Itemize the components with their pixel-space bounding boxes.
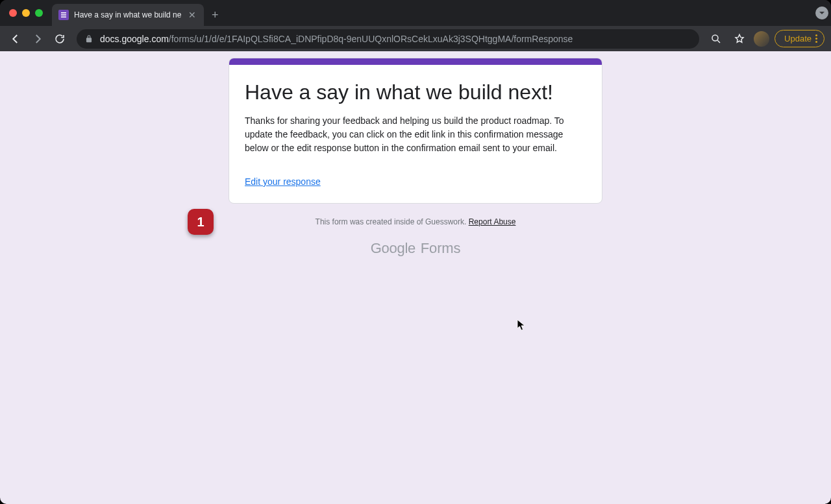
toolbar-right: Update (707, 30, 825, 48)
mouse-cursor-icon (517, 319, 526, 333)
browser-tab[interactable]: Have a say in what we build ne ✕ (52, 4, 204, 26)
bookmark-star-icon[interactable] (730, 30, 749, 48)
window-controls (9, 9, 43, 17)
svg-rect-0 (61, 12, 66, 14)
reload-button[interactable] (51, 30, 69, 48)
forward-button[interactable] (29, 30, 47, 48)
window-close-button[interactable] (9, 9, 17, 17)
more-dots-icon (815, 34, 817, 43)
form-confirmation-card: Have a say in what we build next! Thanks… (229, 58, 602, 204)
page-viewport: Have a say in what we build next! Thanks… (0, 51, 831, 504)
annotation-badge-1: 1 (188, 209, 214, 235)
report-abuse-link[interactable]: Report Abuse (469, 217, 516, 226)
window-maximize-button[interactable] (35, 9, 43, 17)
url-text: docs.google.com/forms/u/1/d/e/1FAIpQLSfi… (100, 34, 573, 44)
window-minimize-button[interactable] (22, 9, 30, 17)
tab-close-button[interactable]: ✕ (187, 10, 197, 20)
browser-toolbar: docs.google.com/forms/u/1/d/e/1FAIpQLSfi… (0, 26, 831, 51)
form-title: Have a say in what we build next! (245, 79, 586, 105)
back-button[interactable] (6, 30, 25, 48)
tab-title: Have a say in what we build ne (74, 10, 182, 19)
profile-avatar[interactable] (754, 31, 769, 47)
new-tab-button[interactable]: + (204, 4, 227, 26)
form-accent-bar (229, 58, 602, 65)
zoom-icon[interactable] (707, 30, 725, 48)
forms-favicon-icon (58, 10, 69, 20)
browser-chrome: Have a say in what we build ne ✕ + docs.… (0, 0, 831, 51)
form-body: Have a say in what we build next! Thanks… (229, 65, 602, 203)
footer-text: This form was created inside of Guesswor… (316, 217, 516, 226)
edit-response-link[interactable]: Edit your response (245, 176, 321, 187)
google-forms-logo[interactable]: Google Forms (229, 240, 602, 257)
lock-icon (84, 34, 93, 43)
tab-search-icon[interactable] (815, 6, 828, 19)
svg-rect-2 (61, 16, 66, 18)
update-label: Update (784, 34, 812, 43)
address-bar[interactable]: docs.google.com/forms/u/1/d/e/1FAIpQLSfi… (77, 29, 699, 49)
svg-point-3 (712, 35, 718, 41)
svg-rect-1 (61, 14, 66, 16)
form-footer: This form was created inside of Guesswor… (229, 215, 602, 257)
form-description: Thanks for sharing your feedback and hel… (245, 114, 586, 155)
update-button[interactable]: Update (775, 30, 825, 47)
tab-bar: Have a say in what we build ne ✕ + (0, 0, 831, 26)
